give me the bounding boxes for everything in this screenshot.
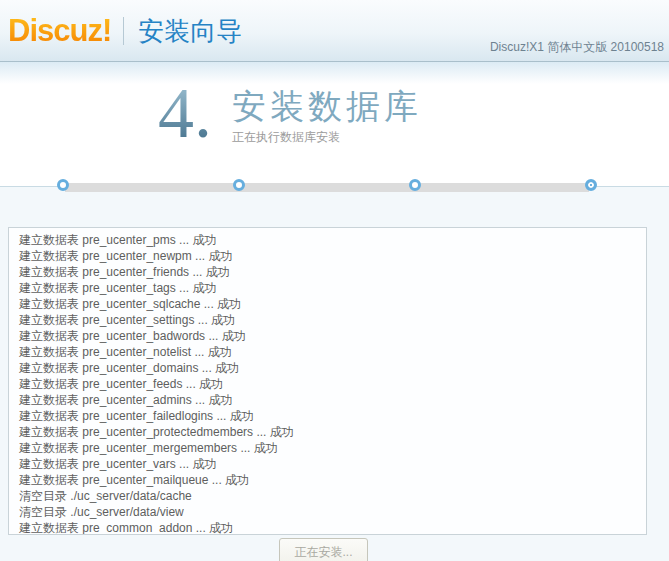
step-heading: 4. 安装数据库 正在执行数据库安装 <box>0 62 669 146</box>
log-line: 清空目录 ./uc_server/data/view <box>19 504 636 520</box>
step-text: 安装数据库 正在执行数据库安装 <box>232 80 422 146</box>
install-log: 建立数据表 pre_ucenter_pms ... 成功建立数据表 pre_uc… <box>8 227 647 535</box>
installing-button[interactable]: 正在安装... <box>279 538 367 561</box>
log-line: 建立数据表 pre_ucenter_sqlcache ... 成功 <box>19 296 636 312</box>
app-header: Discuz! 安装向导 Discuz!X1 简体中文版 20100518 <box>0 0 669 62</box>
progress-step-3-circle <box>409 179 421 191</box>
log-line: 建立数据表 pre_common_addon ... 成功 <box>19 520 636 535</box>
log-line: 建立数据表 pre_ucenter_notelist ... 成功 <box>19 344 636 360</box>
wizard-title: 安装向导 <box>138 14 242 49</box>
log-line: 建立数据表 pre_ucenter_protectedmembers ... 成… <box>19 424 636 440</box>
step-section: 4. 安装数据库 正在执行数据库安装 <box>0 62 669 187</box>
log-line: 建立数据表 pre_ucenter_mergemembers ... 成功 <box>19 440 636 456</box>
step-subtitle: 正在执行数据库安装 <box>232 129 422 146</box>
log-line: 建立数据表 pre_ucenter_feeds ... 成功 <box>19 376 636 392</box>
log-line: 建立数据表 pre_ucenter_failedlogins ... 成功 <box>19 408 636 424</box>
log-line: 建立数据表 pre_ucenter_friends ... 成功 <box>19 264 636 280</box>
logo-row: Discuz! 安装向导 <box>8 13 242 49</box>
progress-steps <box>57 179 597 191</box>
log-line: 建立数据表 pre_ucenter_badwords ... 成功 <box>19 328 636 344</box>
progress-step-1-circle <box>57 179 69 191</box>
progress-step-2-circle <box>233 179 245 191</box>
step-title: 安装数据库 <box>232 88 422 125</box>
logo-divider <box>123 17 124 45</box>
log-line: 建立数据表 pre_ucenter_vars ... 成功 <box>19 456 636 472</box>
progress-step-4-circle <box>585 179 597 191</box>
log-line: 建立数据表 pre_ucenter_newpm ... 成功 <box>19 248 636 264</box>
log-line: 清空目录 ./uc_server/data/cache <box>19 488 636 504</box>
content-area: 建立数据表 pre_ucenter_pms ... 成功建立数据表 pre_uc… <box>0 187 669 561</box>
log-line: 建立数据表 pre_ucenter_mailqueue ... 成功 <box>19 472 636 488</box>
button-row: 正在安装... <box>0 538 647 561</box>
version-label: Discuz!X1 简体中文版 20100518 <box>490 39 664 56</box>
discuz-logo: Discuz! <box>8 13 123 49</box>
log-line: 建立数据表 pre_ucenter_admins ... 成功 <box>19 392 636 408</box>
log-line: 建立数据表 pre_ucenter_pms ... 成功 <box>19 232 636 248</box>
step-number: 4. <box>158 80 212 146</box>
log-line: 建立数据表 pre_ucenter_domains ... 成功 <box>19 360 636 376</box>
log-line: 建立数据表 pre_ucenter_settings ... 成功 <box>19 312 636 328</box>
log-line: 建立数据表 pre_ucenter_tags ... 成功 <box>19 280 636 296</box>
